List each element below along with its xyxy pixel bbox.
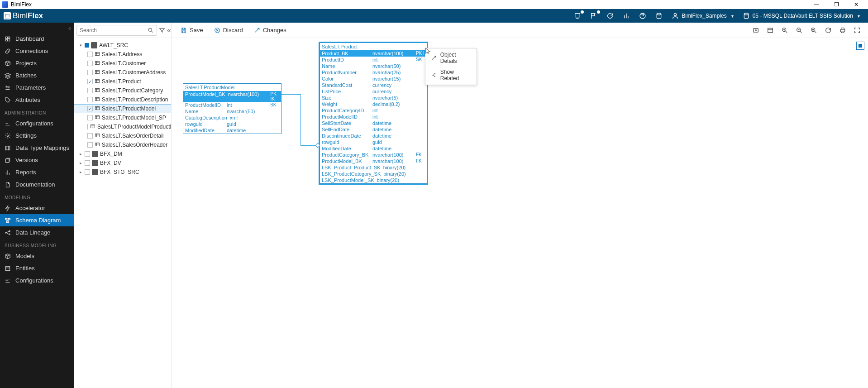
column-row[interactable]: SellEndDatedatetime	[320, 126, 427, 133]
layout-button[interactable]	[764, 24, 777, 36]
checkbox[interactable]	[87, 79, 93, 84]
sidebar-item-documentation[interactable]: Documentation	[0, 178, 74, 191]
tree-table[interactable]: SalesLT.Customer	[74, 59, 171, 68]
column-row[interactable]: ListPricecurrency	[320, 88, 427, 95]
column-row[interactable]: LSK_ProductCategory_SKbinary(20)	[320, 171, 427, 177]
database-button[interactable]	[651, 9, 667, 23]
column-row[interactable]: Colornvarchar(15)	[320, 76, 427, 82]
sidebar-item-parameters[interactable]: Parameters	[0, 81, 74, 94]
sidebar-item-models[interactable]: Models	[0, 250, 74, 262]
screenshot-button[interactable]	[749, 24, 762, 36]
tree-filter-button[interactable]	[159, 25, 165, 35]
sidebar-item-attributes[interactable]: Attributes	[0, 94, 74, 106]
tree-source[interactable]: ▸BFX_DM	[74, 149, 171, 158]
ctx-object-details[interactable]: Object Details	[425, 49, 477, 67]
column-row[interactable]: Namenvarchar(50)	[183, 108, 281, 115]
tree-table[interactable]: SalesLT.SalesOrderDetail	[74, 131, 171, 140]
column-row[interactable]: ProductModelIDintSK	[183, 102, 281, 108]
column-row[interactable]: rowguidguid	[183, 121, 281, 127]
sidebar-item-versions[interactable]: Versions	[0, 154, 74, 166]
checkbox[interactable]	[87, 124, 88, 129]
tree-table[interactable]: SalesLT.Address	[74, 50, 171, 59]
checkbox[interactable]	[87, 52, 93, 57]
column-row[interactable]: CatalogDescriptionxml	[183, 115, 281, 121]
zoom-in-button[interactable]	[778, 24, 791, 36]
checkbox[interactable]	[87, 97, 93, 102]
sidebar-item-dashboard[interactable]: Dashboard	[0, 33, 74, 45]
customer-dropdown[interactable]: BimlFlex_Samples ▾	[667, 9, 738, 23]
sidebar-item-projects[interactable]: Projects	[0, 57, 74, 69]
checkbox[interactable]	[87, 115, 93, 120]
sidebar-item-schema-diagram[interactable]: Schema Diagram	[0, 214, 74, 226]
tree-source[interactable]: ▾AWLT_SRC	[74, 41, 171, 50]
column-row[interactable]: Weightdecimal(8,2)	[320, 101, 427, 107]
window-maximize[interactable]: ❐	[826, 0, 846, 9]
sidebar-item-reports[interactable]: Reports	[0, 166, 74, 178]
column-row[interactable]: ProductModelIDint	[320, 114, 427, 120]
sidebar-item-settings[interactable]: Settings	[0, 129, 74, 142]
reports-button[interactable]	[618, 9, 634, 23]
help-button[interactable]	[634, 9, 651, 23]
window-minimize[interactable]: —	[806, 0, 826, 9]
entity-productmodel[interactable]: SalesLT.ProductModel ProductModel_BKnvar…	[183, 83, 281, 134]
tree-collapse-button[interactable]: «	[167, 25, 171, 35]
column-row[interactable]: Sizenvarchar(5)	[320, 95, 427, 101]
checkbox[interactable]	[87, 133, 93, 139]
column-row[interactable]: ModifiedDatedatetime	[183, 127, 281, 134]
print-button[interactable]	[836, 24, 849, 36]
solution-dropdown[interactable]: 05 - MSSQL DataVault ELT SSIS Solution ▾	[738, 9, 864, 23]
column-row[interactable]: ProductModel_BKnvarchar(100)FK	[320, 158, 427, 164]
notifications-button[interactable]	[569, 9, 586, 23]
tree-table[interactable]: SalesLT.ProductDescription	[74, 95, 171, 104]
canvas-fullscreen-badge[interactable]	[856, 42, 864, 50]
column-row[interactable]: ProductCategoryIDint	[320, 107, 427, 114]
diagram-canvas[interactable]: SalesLT.ProductModel ProductModel_BKnvar…	[172, 38, 868, 388]
refresh-canvas-button[interactable]	[822, 24, 835, 36]
tree-table[interactable]: SalesLT.ProductCategory	[74, 86, 171, 95]
sidebar-item-entities[interactable]: Entities	[0, 262, 74, 274]
column-row[interactable]: StandardCostcurrency	[320, 82, 427, 88]
tree-table[interactable]: SalesLT.ProductModel_SP	[74, 113, 171, 122]
tree-source[interactable]: ▸BFX_STG_SRC	[74, 168, 171, 177]
save-button[interactable]: Save	[176, 24, 208, 36]
checkbox[interactable]	[87, 106, 93, 111]
column-row[interactable]: LSK_ProductModel_SKbinary(20)	[320, 177, 427, 183]
flags-button[interactable]	[586, 9, 602, 23]
tree-table[interactable]: SalesLT.ProductModel	[74, 104, 171, 113]
fullscreen-button[interactable]	[851, 24, 863, 36]
column-row[interactable]: LSK_Product_Product_SKbinary(20)	[320, 164, 427, 171]
sidebar-item-connections[interactable]: Connections	[0, 45, 74, 57]
tree-search-box[interactable]	[76, 25, 157, 36]
column-row[interactable]: ModifiedDatedatetime	[320, 145, 427, 152]
column-row[interactable]: SellStartDatedatetime	[320, 120, 427, 126]
ctx-show-related[interactable]: Show Related	[425, 67, 477, 84]
tree-table[interactable]: SalesLT.CustomerAddress	[74, 68, 171, 77]
zoom-fit-button[interactable]	[807, 24, 820, 36]
tree-table[interactable]: SalesLT.SalesOrderHeader	[74, 140, 171, 149]
refresh-button[interactable]	[602, 9, 618, 23]
sidebar-item-configurations[interactable]: Configurations	[0, 274, 74, 287]
changes-button[interactable]: Changes	[249, 24, 291, 36]
checkbox[interactable]	[87, 88, 93, 93]
tree-table[interactable]: SalesLT.Product	[74, 77, 171, 86]
checkbox[interactable]	[87, 70, 93, 75]
column-row[interactable]: ProductNumbernvarchar(25)	[320, 69, 427, 76]
window-close[interactable]: ✕	[846, 0, 866, 9]
column-row[interactable]: Namenvarchar(50)	[320, 63, 427, 69]
column-row[interactable]: ProductCategory_BKnvarchar(100)FK	[320, 152, 427, 158]
zoom-out-button[interactable]	[793, 24, 806, 36]
tree-table[interactable]: SalesLT.ProductModelProductDes...	[74, 122, 171, 131]
column-row[interactable]: Product_BKnvarchar(100)PK I	[320, 50, 427, 57]
column-row[interactable]: DiscontinuedDatedatetime	[320, 133, 427, 139]
discard-button[interactable]: Discard	[210, 24, 248, 36]
checkbox[interactable]	[87, 61, 93, 66]
tree-source[interactable]: ▸BFX_DV	[74, 158, 171, 168]
column-row[interactable]: ProductModel_BKnvarchar(100)PK IK	[183, 91, 281, 102]
sidebar-item-accelerator[interactable]: Accelerator	[0, 202, 74, 214]
column-row[interactable]: ProductIDintSK	[320, 57, 427, 63]
sidebar-item-batches[interactable]: Batches	[0, 69, 74, 81]
entity-product[interactable]: SalesLT.Product Product_BKnvarchar(100)P…	[320, 43, 427, 184]
tree-search-input[interactable]	[80, 27, 148, 34]
sidebar-item-data-lineage[interactable]: Data Lineage	[0, 226, 74, 239]
sidebar-collapse-button[interactable]: «	[68, 25, 71, 31]
